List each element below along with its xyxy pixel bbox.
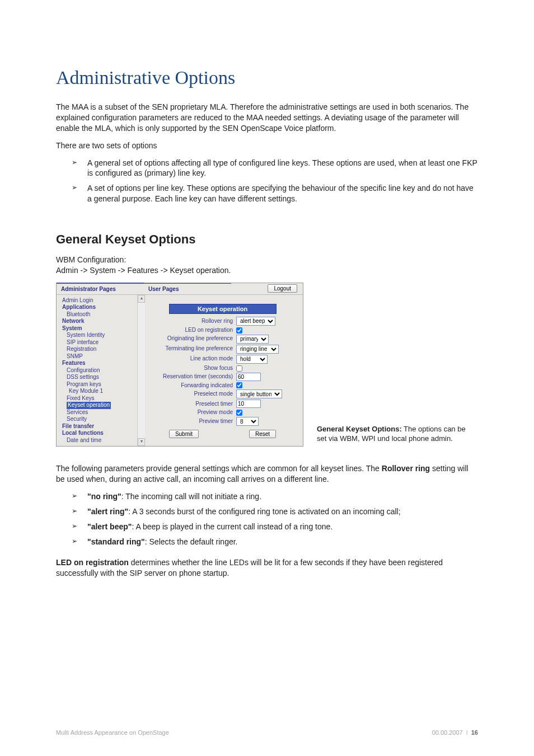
select-rollover-ring[interactable]: alert beep — [236, 317, 275, 326]
checkbox-preview-mode[interactable] — [236, 410, 242, 416]
checkbox-led-on-registration[interactable] — [236, 327, 242, 334]
label-preview-timer: Preview timer — [163, 416, 236, 426]
reset-button[interactable]: Reset — [249, 430, 276, 438]
nav-item[interactable]: Date and time — [62, 437, 140, 444]
list-item: "no ring": The incoming call will not in… — [87, 491, 478, 502]
rollover-intro: The following parameters provide general… — [56, 463, 478, 485]
nav-item[interactable]: Security — [62, 416, 140, 423]
scrollbar[interactable]: ▴ ▾ — [137, 295, 145, 447]
nav-item[interactable]: Network — [62, 318, 140, 325]
nav-item[interactable]: System — [62, 325, 140, 332]
two-sets-list: A general set of options affecting all t… — [56, 158, 478, 205]
label-preselect-mode: Preselect mode — [163, 389, 236, 399]
nav-item[interactable]: Registration — [62, 346, 140, 353]
nav-item[interactable]: Program keys — [62, 381, 140, 388]
list-item: "standard ring": Selects the default rin… — [87, 537, 478, 547]
input-reservation-timer[interactable] — [236, 373, 261, 381]
label-forwarding-indicated: Forwarding indicated — [163, 382, 236, 389]
section-heading: General Keyset Options — [56, 232, 478, 247]
nav-item[interactable]: System Identity — [62, 332, 140, 339]
list-item: "alert beep": A beep is played in the cu… — [87, 522, 478, 532]
tab-user-pages[interactable]: User Pages — [144, 283, 231, 294]
page-title: Administrative Options — [56, 67, 478, 88]
label-led-on-registration: LED on registration — [163, 326, 236, 334]
nav-item[interactable]: Admin Login — [62, 297, 140, 304]
nav-item[interactable]: SIP interface — [62, 339, 140, 346]
submit-button[interactable]: Submit — [169, 430, 199, 438]
wbm-nav-tree: ▴ ▾ Admin LoginApplicationsBluetoothNetw… — [57, 295, 144, 447]
select-preview-timer[interactable]: 8 — [236, 417, 259, 426]
label-line-action-mode: Line action mode — [163, 354, 236, 364]
tab-administrator-pages[interactable]: Administrator Pages — [57, 283, 144, 294]
nav-item[interactable]: Configuration — [62, 367, 140, 374]
select-terminating-line-preference[interactable]: ringing line — [236, 345, 279, 354]
scroll-up-icon[interactable]: ▴ — [138, 295, 145, 303]
label-terminating-line-preference: Terminating line preference — [163, 344, 236, 354]
page-footer: Multi Address Appearance on OpenStage 00… — [56, 729, 478, 736]
footer-separator: I — [466, 729, 468, 736]
nav-item[interactable]: Features — [62, 360, 140, 367]
led-paragraph: LED on registration determines whether t… — [56, 557, 478, 579]
list-item: "alert ring": A 3 seconds burst of the c… — [87, 506, 478, 517]
nav-item[interactable]: Keyset operation — [62, 402, 140, 409]
form-title: Keyset operation — [169, 304, 277, 314]
list-item: A general set of options affecting all t… — [87, 158, 478, 179]
select-line-action-mode[interactable]: hold — [236, 355, 268, 364]
nav-item[interactable]: Services — [62, 409, 140, 416]
select-preselect-mode[interactable]: single button — [236, 389, 282, 398]
page-number: 16 — [471, 729, 478, 736]
nav-item[interactable]: File transfer — [62, 423, 140, 430]
two-sets-paragraph: There are two sets of options — [56, 140, 478, 151]
label-reservation-timer: Reservation timer (seconds) — [163, 372, 236, 382]
led-term: LED on registration — [56, 558, 129, 567]
select-originating-line-preference[interactable]: primary — [236, 335, 269, 344]
logout-button[interactable]: Logout — [268, 284, 297, 293]
nav-item[interactable]: Bluetooth — [62, 311, 140, 318]
wbm-screenshot: Administrator Pages User Pages Logout ▴ … — [56, 283, 303, 447]
caption-title: General Keyset Options: — [317, 425, 402, 433]
rollover-list: "no ring": The incoming call will not in… — [56, 491, 478, 547]
label-rollover-ring: Rollover ring — [163, 316, 236, 326]
wbm-config-label: WBM Configuration: Admin -> System -> Fe… — [56, 255, 478, 276]
checkbox-show-focus[interactable] — [236, 365, 242, 372]
nav-item[interactable]: Applications — [62, 304, 140, 311]
label-preselect-timer: Preselect timer — [163, 399, 236, 408]
nav-item[interactable]: Fixed Keys — [62, 395, 140, 402]
label-preview-mode: Preview mode — [163, 408, 236, 416]
footer-title: Multi Address Appearance on OpenStage — [56, 729, 169, 736]
input-preselect-timer[interactable] — [236, 400, 261, 408]
wbm-breadcrumb: Admin -> System -> Features -> Keyset op… — [56, 266, 231, 275]
label-originating-line-preference: Originating line preference — [163, 334, 236, 344]
label-show-focus: Show focus — [163, 364, 236, 372]
checkbox-forwarding-indicated[interactable] — [236, 382, 242, 388]
nav-item[interactable]: Key Module 1 — [62, 388, 140, 395]
nav-item[interactable]: DSS settings — [62, 374, 140, 381]
footer-date: 00.00.2007 — [432, 729, 463, 736]
rollover-ring-term: Rollover ring — [382, 464, 430, 473]
intro-paragraph: The MAA is a subset of the SEN proprieta… — [56, 102, 478, 134]
scroll-down-icon[interactable]: ▾ — [138, 438, 145, 446]
nav-item[interactable]: SNMP — [62, 353, 140, 360]
list-item: A set of options per line key. These opt… — [87, 183, 478, 204]
nav-item[interactable]: Local functions — [62, 430, 140, 437]
figure-caption: General Keyset Options: The options can … — [317, 425, 468, 447]
